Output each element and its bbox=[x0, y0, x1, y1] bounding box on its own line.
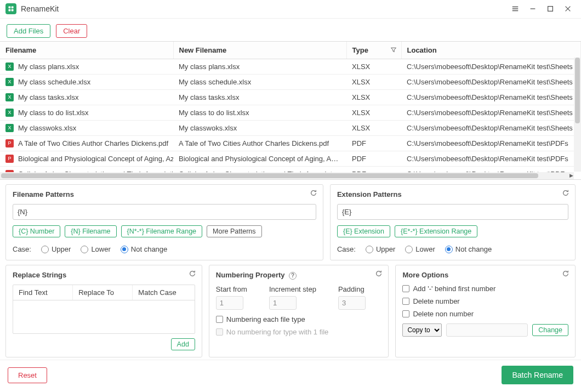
type-text: XLSX bbox=[346, 105, 401, 120]
table-row[interactable]: XMy classwoks.xlsxMy classwoks.xlsxXLSXC… bbox=[0, 120, 581, 135]
menu-icon[interactable] bbox=[506, 1, 524, 16]
file-type-icon: X bbox=[5, 109, 14, 117]
col-filename[interactable]: Filename bbox=[0, 42, 173, 59]
new-filename-text: My classwoks.xlsx bbox=[173, 120, 346, 135]
file-type-icon: X bbox=[5, 93, 14, 101]
type-text: XLSX bbox=[346, 120, 401, 135]
file-type-icon: P bbox=[5, 155, 14, 163]
extension-pattern-input[interactable] bbox=[337, 204, 568, 220]
batch-rename-button[interactable]: Batch Rename bbox=[502, 366, 573, 384]
type-text: PDF bbox=[346, 135, 401, 151]
filename-text: My class schedule.xlsx bbox=[18, 78, 90, 86]
col-replace-to: Replace To bbox=[73, 285, 133, 300]
refresh-icon[interactable] bbox=[310, 189, 317, 198]
start-from-label: Start from bbox=[216, 285, 247, 293]
type-text: XLSX bbox=[346, 89, 401, 105]
file-type-icon: X bbox=[5, 78, 14, 86]
panel-title: Numbering Property ? bbox=[216, 271, 382, 280]
add-dash-checkbox[interactable]: Add '-' behind first number bbox=[402, 285, 568, 293]
table-row[interactable]: XMy class tasks.xlsxMy class tasks.xlsxX… bbox=[0, 89, 581, 105]
increment-label: Increment step bbox=[269, 285, 316, 293]
vertical-scrollbar[interactable] bbox=[574, 58, 581, 172]
copy-to-select[interactable]: Copy to bbox=[402, 323, 442, 337]
app-title: RenameKit bbox=[21, 4, 59, 13]
horizontal-scrollbar[interactable]: ▶ bbox=[0, 172, 574, 179]
file-type-icon: P bbox=[5, 139, 14, 147]
filename-text: Biological and Physiological Concept of … bbox=[18, 155, 173, 163]
app-logo-icon bbox=[5, 3, 16, 14]
panel-title: More Options bbox=[402, 271, 568, 279]
chip-n-filename[interactable]: {N} Filename bbox=[65, 225, 116, 237]
col-new-filename[interactable]: New Filename bbox=[173, 42, 346, 59]
numbering-each-type-checkbox[interactable]: Numbering each file type bbox=[216, 315, 382, 323]
location-text: C:\Users\mobeesoft\Desktop\RenameKit tes… bbox=[401, 135, 581, 151]
add-files-button[interactable]: Add Files bbox=[7, 24, 50, 38]
clear-button[interactable]: Clear bbox=[56, 24, 87, 38]
new-filename-text: My class schedule.xlsx bbox=[173, 74, 346, 89]
chip-n-range[interactable]: {N*-*} Filename Range bbox=[121, 225, 202, 237]
case-notchange-radio[interactable]: Not change bbox=[121, 245, 168, 253]
refresh-icon[interactable] bbox=[375, 270, 383, 279]
chip-more-patterns[interactable]: More Patterns bbox=[207, 225, 262, 237]
delete-number-checkbox[interactable]: Delete number bbox=[402, 297, 568, 305]
filter-icon[interactable] bbox=[390, 47, 397, 55]
new-filename-text: My class tasks.xlsx bbox=[173, 89, 346, 105]
delete-non-number-checkbox[interactable]: Delete non number bbox=[402, 310, 568, 318]
col-find-text: Find Text bbox=[13, 285, 73, 300]
table-row[interactable]: XMy class schedule.xlsxMy class schedule… bbox=[0, 74, 581, 89]
type-text: XLSX bbox=[346, 74, 401, 89]
chip-e-range[interactable]: {E*-*} Extension Range bbox=[395, 225, 477, 237]
svg-rect-3 bbox=[12, 9, 14, 12]
col-location[interactable]: Location bbox=[401, 42, 581, 59]
minimize-icon[interactable] bbox=[524, 1, 542, 16]
help-icon[interactable]: ? bbox=[289, 272, 297, 280]
table-row[interactable]: XMy class plans.xlsxMy class plans.xlsxX… bbox=[0, 59, 581, 74]
location-text: C:\Users\mobeesoft\Desktop\RenameKit tes… bbox=[401, 89, 581, 105]
chip-e-extension[interactable]: {E} Extension bbox=[337, 225, 390, 237]
titlebar: RenameKit bbox=[0, 0, 581, 19]
type-text: PDF bbox=[346, 151, 401, 166]
increment-input[interactable] bbox=[269, 296, 297, 310]
refresh-icon[interactable] bbox=[562, 189, 569, 198]
table-row[interactable]: XMy class to do list.xlsxMy class to do … bbox=[0, 105, 581, 120]
case-upper-radio[interactable]: Upper bbox=[41, 245, 71, 253]
file-table: Filename New Filename Type Location XMy … bbox=[0, 41, 581, 180]
change-path-button[interactable]: Change bbox=[532, 324, 568, 336]
location-text: C:\Users\mobeesoft\Desktop\RenameKit tes… bbox=[401, 74, 581, 89]
filename-patterns-panel: Filename Patterns {C} Number {N} Filenam… bbox=[5, 184, 323, 260]
copy-to-path-input[interactable] bbox=[446, 323, 528, 337]
filename-text: My class tasks.xlsx bbox=[18, 93, 79, 101]
svg-rect-1 bbox=[12, 7, 14, 9]
new-filename-text: My class to do list.xlsx bbox=[173, 105, 346, 120]
filename-text: My class to do list.xlsx bbox=[18, 109, 89, 117]
panel-title: Filename Patterns bbox=[13, 190, 316, 198]
refresh-icon[interactable] bbox=[562, 270, 569, 279]
filename-pattern-input[interactable] bbox=[13, 204, 316, 220]
svg-rect-0 bbox=[9, 7, 11, 9]
reset-button[interactable]: Reset bbox=[8, 367, 47, 383]
start-from-input[interactable] bbox=[216, 296, 243, 310]
table-row[interactable]: PA Tale of Two Cities Author Charles Dic… bbox=[0, 135, 581, 151]
location-text: C:\Users\mobeesoft\Desktop\RenameKit tes… bbox=[401, 151, 581, 166]
maximize-icon[interactable] bbox=[542, 1, 559, 16]
filename-text: A Tale of Two Cities Author Charles Dick… bbox=[18, 139, 168, 147]
col-type[interactable]: Type bbox=[346, 42, 401, 59]
file-type-icon: X bbox=[5, 124, 14, 132]
panel-title: Extension Patterns bbox=[337, 190, 568, 198]
table-row[interactable]: PBiological and Physiological Concept of… bbox=[0, 151, 581, 166]
padding-input[interactable] bbox=[338, 296, 366, 310]
type-text: XLSX bbox=[346, 59, 401, 74]
location-text: C:\Users\mobeesoft\Desktop\RenameKit tes… bbox=[401, 105, 581, 120]
filename-text: My classwoks.xlsx bbox=[18, 124, 76, 132]
case-label: Case: bbox=[13, 245, 31, 253]
ext-case-lower-radio[interactable]: Lower bbox=[405, 245, 435, 253]
case-label: Case: bbox=[337, 245, 356, 253]
add-replace-button[interactable]: Add bbox=[171, 338, 195, 350]
case-lower-radio[interactable]: Lower bbox=[81, 245, 110, 253]
refresh-icon[interactable] bbox=[189, 270, 196, 279]
ext-case-notchange-radio[interactable]: Not change bbox=[445, 245, 492, 253]
ext-case-upper-radio[interactable]: Upper bbox=[366, 245, 395, 253]
chip-c-number[interactable]: {C} Number bbox=[13, 225, 60, 237]
footer: Reset Batch Rename bbox=[0, 360, 581, 392]
close-icon[interactable] bbox=[559, 1, 577, 16]
